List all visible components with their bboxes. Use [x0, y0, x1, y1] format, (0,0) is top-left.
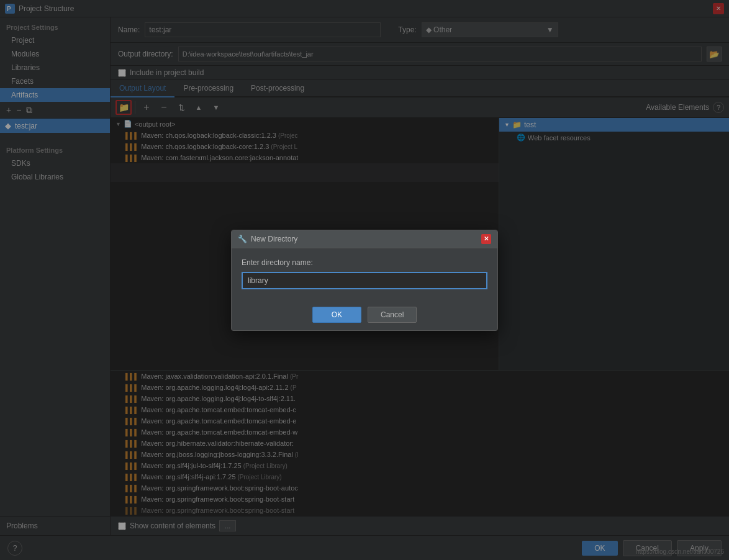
modal-close-button[interactable]: ✕	[481, 234, 491, 244]
modal-buttons: OK Cancel	[232, 299, 497, 330]
modal-cancel-button[interactable]: Cancel	[368, 307, 417, 323]
modal-titlebar: 🔧 New Directory ✕	[232, 230, 497, 248]
modal-overlay: 🔧 New Directory ✕ Enter directory name: …	[0, 0, 729, 560]
modal-prompt: Enter directory name:	[242, 258, 487, 267]
modal-title: 🔧 New Directory	[238, 235, 297, 243]
modal-icon: 🔧	[238, 235, 247, 243]
directory-name-input[interactable]	[242, 272, 487, 289]
new-directory-modal: 🔧 New Directory ✕ Enter directory name: …	[231, 230, 498, 331]
modal-body: Enter directory name:	[232, 248, 497, 299]
modal-ok-button[interactable]: OK	[312, 307, 361, 323]
